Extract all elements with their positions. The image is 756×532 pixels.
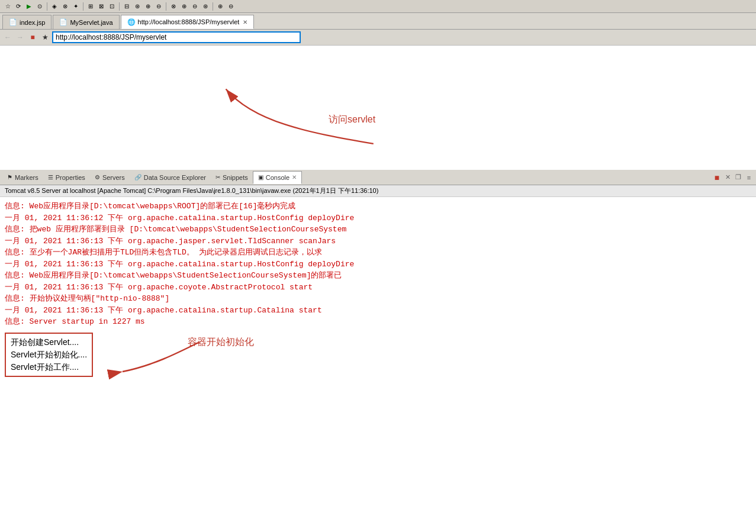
console-line-4: 信息: 至少有一个JAR被扫描用于TLD但尚未包含TLD。 为此记录器启用调试日…	[5, 247, 751, 259]
toolbar-icon-14[interactable]: ⊖	[154, 2, 163, 11]
console-line-8: 信息: 开始协议处理句柄["http-nio-8888"]	[5, 293, 751, 305]
browser-content: 访问servlet	[0, 46, 756, 176]
nav-forward-button[interactable]: →	[15, 32, 25, 43]
visit-servlet-arrow	[189, 78, 426, 149]
browser-area: 📄 index.jsp 📄 MyServlet.java 🌐 http://lo…	[0, 13, 756, 182]
toolbar-icon-1[interactable]: ☆	[3, 2, 12, 11]
tab-properties-label: Properties	[56, 174, 85, 181]
bottom-panel: ⚑ Markers ☰ Properties ⚙ Servers 🔗 Data …	[0, 170, 756, 532]
container-annotation-area: 容器开始初始化	[105, 336, 271, 385]
datasource-icon: 🔗	[134, 174, 141, 180]
toolbar-icon-18[interactable]: ⊛	[201, 2, 210, 11]
nav-stop-button[interactable]: ■	[27, 32, 38, 43]
tab-console-label: Console	[266, 174, 289, 181]
tab-index-jsp[interactable]: 📄 index.jsp	[2, 15, 52, 29]
tab-myservlet-java[interactable]: 📄 MyServlet.java	[53, 15, 119, 29]
toolbar-sep-3	[119, 2, 120, 11]
console-menu-button[interactable]: ≡	[744, 173, 754, 182]
toolbar-icon-2[interactable]: ⟳	[14, 2, 23, 11]
tab-snippets[interactable]: ✂ Snippets	[211, 171, 253, 184]
servlet-line-2: Servlet开始工作....	[11, 361, 87, 373]
console-line-1: 一月 01, 2021 11:36:12 下午 org.apache.catal…	[5, 212, 751, 224]
server-info-text: Tomcat v8.5 Server at localhost [Apache …	[5, 187, 378, 194]
tab-index-label: index.jsp	[20, 19, 45, 26]
tab-markers-label: Markers	[15, 174, 38, 181]
servlet-area: 开始创建Servlet.... Servlet开始初始化.... Servlet…	[5, 330, 751, 385]
toolbar-icon-20[interactable]: ⊖	[226, 2, 236, 11]
toolbar-icon-4[interactable]: ⊙	[35, 2, 44, 11]
toolbar-icon-15[interactable]: ⊗	[169, 2, 178, 11]
toolbar-icon-17[interactable]: ⊖	[190, 2, 200, 11]
console-stop-button[interactable]: ■	[712, 173, 722, 182]
container-annotation-text: 容器开始初始化	[188, 336, 254, 349]
tab-properties[interactable]: ☰ Properties	[43, 171, 90, 184]
toolbar-icon-8[interactable]: ⊞	[86, 2, 95, 11]
toolbar-icon-16[interactable]: ⊕	[179, 2, 189, 11]
servlet-line-1: Servlet开始初始化....	[11, 349, 87, 361]
tab-myservlet-java-icon: 📄	[59, 18, 67, 26]
main-toolbar: ☆ ⟳ ▶ ⊙ ◈ ⊗ ✦ ⊞ ⊠ ⊡ ⊟ ⊛ ⊕ ⊖ ⊗ ⊕ ⊖ ⊛ ⊕ ⊖	[0, 0, 756, 13]
tab-myservlet-jsp[interactable]: 🌐 http://localhost:8888/JSP/myservlet ✕	[121, 15, 255, 29]
tab-index-icon: 📄	[9, 18, 17, 26]
tab-myservlet-jsp-label: http://localhost:8888/JSP/myservlet	[138, 18, 240, 25]
tab-console[interactable]: ▣ Console ✕	[253, 171, 302, 184]
toolbar-icon-9[interactable]: ⊠	[96, 2, 106, 11]
address-bar-row: ← → ■ ★	[0, 30, 756, 46]
console-line-6: 信息: Web应用程序目录[D:\tomcat\webapps\StudentS…	[5, 270, 751, 282]
tab-servers-label: Servers	[102, 174, 125, 181]
console-icon: ▣	[258, 174, 263, 180]
toolbar-icon-5[interactable]: ◈	[50, 2, 59, 11]
properties-icon: ☰	[48, 174, 53, 180]
servlet-line-0: 开始创建Servlet....	[11, 336, 87, 349]
browser-tab-bar: 📄 index.jsp 📄 MyServlet.java 🌐 http://lo…	[0, 13, 756, 30]
tab-myservlet-jsp-icon: 🌐	[127, 18, 136, 26]
console-line-7: 一月 01, 2021 11:36:13 下午 org.apache.coyot…	[5, 282, 751, 294]
toolbar-icon-3[interactable]: ▶	[24, 2, 34, 11]
console-line-5: 一月 01, 2021 11:36:13 下午 org.apache.catal…	[5, 259, 751, 270]
console-action3-button[interactable]: ❐	[734, 173, 743, 182]
console-terminate-button[interactable]: ✕	[723, 173, 732, 182]
nav-favorite-button[interactable]: ★	[40, 32, 50, 43]
annotation-visit-servlet: 访问servlet	[329, 114, 375, 126]
markers-icon: ⚑	[7, 174, 12, 180]
bottom-tab-bar: ⚑ Markers ☰ Properties ⚙ Servers 🔗 Data …	[0, 170, 756, 185]
console-close-label: ✕	[292, 174, 297, 180]
toolbar-icon-7[interactable]: ✦	[71, 2, 81, 11]
toolbar-sep-2	[83, 2, 83, 11]
tab-myservlet-java-label: MyServlet.java	[70, 19, 112, 26]
toolbar-sep-1	[47, 2, 47, 11]
address-input[interactable]	[52, 31, 301, 43]
server-info-line: Tomcat v8.5 Server at localhost [Apache …	[0, 185, 756, 197]
console-line-9: 一月 01, 2021 11:36:13 下午 org.apache.catal…	[5, 305, 751, 317]
console-line-10: 信息: Server startup in 1227 ms	[5, 316, 751, 328]
tab-servers[interactable]: ⚙ Servers	[90, 171, 130, 184]
tab-markers[interactable]: ⚑ Markers	[2, 171, 43, 184]
nav-back-button[interactable]: ←	[2, 32, 13, 43]
console-line-3: 一月 01, 2021 11:36:13 下午 org.apache.jaspe…	[5, 236, 751, 247]
tab-datasource-label: Data Source Explorer	[144, 174, 206, 181]
servers-icon: ⚙	[95, 174, 100, 180]
bottom-tab-actions: ■ ✕ ❐ ≡	[712, 173, 756, 182]
toolbar-icon-6[interactable]: ⊗	[60, 2, 70, 11]
servlet-box: 开始创建Servlet.... Servlet开始初始化.... Servlet…	[5, 333, 93, 377]
tab-snippets-label: Snippets	[223, 174, 248, 181]
toolbar-sep-5	[213, 2, 213, 11]
toolbar-icon-11[interactable]: ⊟	[122, 2, 131, 11]
tab-close-icon[interactable]: ✕	[243, 19, 247, 25]
tab-datasource[interactable]: 🔗 Data Source Explorer	[130, 171, 211, 184]
toolbar-icon-13[interactable]: ⊕	[143, 2, 153, 11]
toolbar-icon-10[interactable]: ⊡	[107, 2, 117, 11]
toolbar-sep-4	[166, 2, 166, 11]
toolbar-icon-12[interactable]: ⊛	[133, 2, 142, 11]
console-content[interactable]: 信息: Web应用程序目录[D:\tomcat\webapps\ROOT]的部署…	[0, 198, 756, 532]
toolbar-icon-19[interactable]: ⊕	[215, 2, 225, 11]
console-line-0: 信息: Web应用程序目录[D:\tomcat\webapps\ROOT]的部署…	[5, 201, 751, 212]
snippets-icon: ✂	[215, 174, 220, 180]
console-line-2: 信息: 把web 应用程序部署到目录 [D:\tomcat\webapps\St…	[5, 224, 751, 236]
